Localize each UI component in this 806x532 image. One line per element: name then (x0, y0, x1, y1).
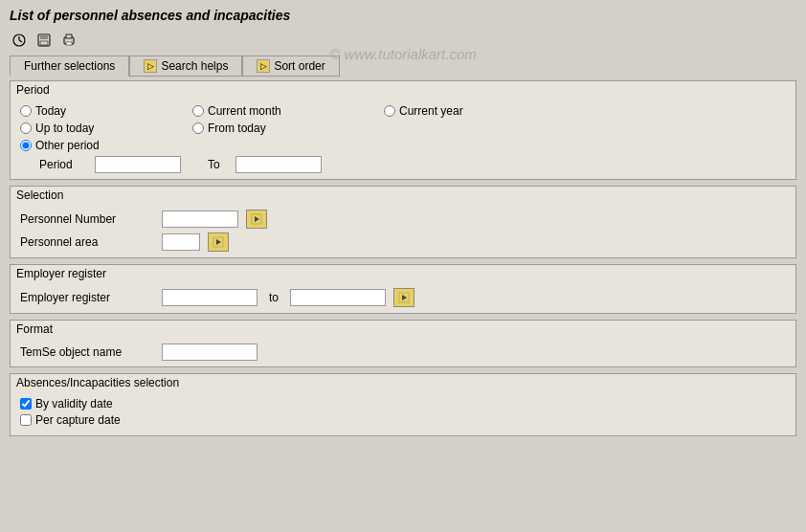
radio-current-year-label: Current year (399, 104, 463, 118)
period-section-title: Period (11, 81, 795, 99)
temse-input[interactable] (162, 344, 257, 361)
absences-section-title: Absences/Incapacities selection (11, 374, 795, 391)
employer-register-label: Employer register (20, 291, 154, 304)
personnel-area-input[interactable] (162, 233, 200, 251)
by-validity-date-item: By validity date (20, 397, 786, 410)
period-to-input[interactable] (235, 156, 322, 173)
radio-today: Today (20, 104, 192, 118)
period-section-content: Today Current month Current year Up to t… (11, 99, 795, 179)
tab-further-selections[interactable]: Further selections (10, 55, 129, 77)
personnel-number-input[interactable] (162, 211, 238, 228)
radio-today-label: Today (35, 104, 66, 118)
radio-other-period: Other period (20, 139, 192, 152)
format-section-content: TemSe object name (11, 338, 795, 366)
per-capture-date-label: Per capture date (35, 413, 121, 427)
tab-further-selections-label: Further selections (24, 59, 115, 73)
sort-order-arrow-icon: ▷ (257, 59, 270, 73)
format-section: Format TemSe object name (10, 320, 796, 367)
employer-register-row: Employer register to (20, 288, 786, 307)
radio-current-month-label: Current month (208, 104, 281, 118)
selection-section-content: Personnel Number Personnel area (11, 204, 795, 257)
radio-today-input[interactable] (20, 105, 32, 117)
period-field-label: Period (39, 158, 87, 171)
print-icon[interactable] (59, 31, 78, 50)
personnel-number-nav-button[interactable] (246, 210, 267, 229)
radio-other-period-label: Other period (35, 139, 100, 152)
employer-register-nav-button[interactable] (393, 288, 414, 307)
temse-label: TemSe object name (20, 345, 154, 359)
period-from-input[interactable] (95, 156, 181, 173)
employer-register-section-title: Employer register (11, 265, 795, 282)
personnel-number-row: Personnel Number (20, 210, 786, 229)
employer-register-to-input[interactable] (290, 289, 386, 306)
format-section-title: Format (11, 321, 795, 338)
tab-search-helps[interactable]: ▷ Search helps (129, 55, 242, 77)
period-to-label: To (208, 158, 220, 171)
main-window: © www.tutorialkart.com List of personnel… (0, 0, 806, 532)
radio-up-to-today: Up to today (20, 122, 192, 135)
personnel-area-nav-button[interactable] (208, 233, 229, 252)
per-capture-date-item: Per capture date (20, 413, 786, 427)
toolbar (4, 29, 802, 52)
svg-rect-7 (66, 34, 72, 38)
employer-to-label: to (269, 291, 279, 304)
svg-rect-8 (66, 42, 72, 45)
employer-register-content: Employer register to (11, 282, 795, 313)
radio-other-period-input[interactable] (20, 140, 32, 151)
search-helps-arrow-icon: ▷ (144, 59, 157, 73)
radio-current-month-input[interactable] (192, 105, 204, 117)
period-date-row: Period To (20, 156, 786, 173)
window-title: List of personnel absences and incapacit… (4, 4, 802, 29)
radio-current-year-input[interactable] (384, 105, 395, 117)
personnel-area-label: Personnel area (20, 235, 154, 249)
selection-section-title: Selection (11, 187, 795, 204)
radio-up-to-today-input[interactable] (20, 122, 32, 134)
radio-from-today: From today (192, 122, 384, 135)
svg-rect-4 (40, 34, 48, 39)
radio-up-to-today-label: Up to today (35, 122, 94, 135)
svg-rect-5 (40, 41, 48, 45)
tabs-container: Further selections ▷ Search helps ▷ Sort… (4, 52, 802, 77)
radio-from-today-input[interactable] (192, 122, 204, 134)
radio-from-today-label: From today (208, 122, 266, 135)
absences-section-content: By validity date Per capture date (11, 391, 795, 435)
clock-icon[interactable] (10, 31, 29, 50)
employer-register-from-input[interactable] (162, 289, 257, 306)
period-radio-group: Today Current month Current year Up to t… (20, 104, 786, 152)
main-content: Period Today Current month Current year (10, 80, 796, 436)
tab-sort-order-label: Sort order (274, 59, 325, 73)
svg-line-2 (19, 40, 22, 42)
radio-current-year: Current year (384, 104, 575, 118)
personnel-area-row: Personnel area (20, 233, 786, 252)
per-capture-date-checkbox[interactable] (20, 414, 32, 426)
selection-section: Selection Personnel Number Personnel are… (10, 186, 796, 258)
by-validity-date-checkbox[interactable] (20, 398, 32, 410)
tab-sort-order[interactable]: ▷ Sort order (242, 55, 339, 77)
personnel-number-label: Personnel Number (20, 212, 154, 226)
save-icon[interactable] (34, 31, 54, 50)
by-validity-date-label: By validity date (35, 397, 113, 410)
radio-current-month: Current month (192, 104, 384, 118)
temse-row: TemSe object name (20, 344, 786, 361)
employer-register-section: Employer register Employer register to (10, 264, 796, 314)
tab-search-helps-label: Search helps (161, 59, 228, 73)
absences-section: Absences/Incapacities selection By valid… (10, 373, 796, 436)
period-section: Period Today Current month Current year (10, 80, 796, 180)
